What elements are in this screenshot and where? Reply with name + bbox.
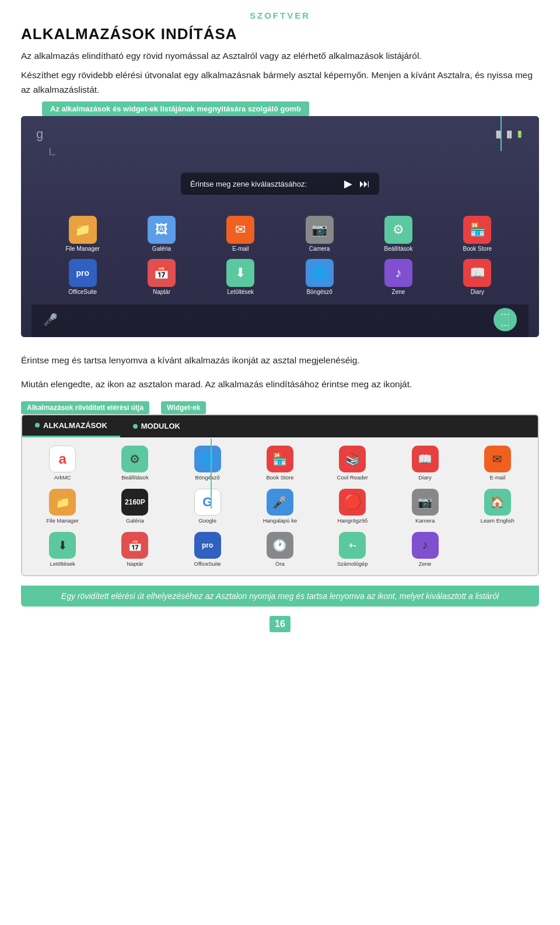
mic-icon[interactable]: 🎤: [43, 313, 58, 327]
app-officesuite[interactable]: pro OfficeSuite: [60, 259, 106, 295]
applist-grid: a ArkMC ⚙ Beállítások 🌐 Böngésző 🏪 Book …: [22, 437, 538, 575]
app-bongeszо[interactable]: 🌐 Böngésző: [296, 259, 343, 295]
app-letoltesek[interactable]: ⬇ Letöltések: [217, 259, 264, 295]
play-button[interactable]: ▶: [344, 177, 352, 190]
list-item[interactable]: 📚 Cool Reader: [318, 443, 387, 483]
applist-screenshot-wrapper: ALKALMAZÁSOK MODULOK a ArkMC ⚙ Beállítás…: [0, 414, 560, 576]
list-item-learnenglish[interactable]: 🏠 Learn English: [463, 486, 532, 526]
section2-para2: Miután elengedte, az ikon az asztalon ma…: [0, 372, 560, 395]
section-title: ALKALMAZÁSOK INDÍTÁSA: [0, 25, 560, 49]
clock-display: |_: [32, 144, 528, 155]
annotation-area: Alkalmazások rövidített elérési útja Wid…: [21, 401, 539, 414]
connector-line: [211, 439, 212, 509]
skip-button[interactable]: ⏭: [359, 178, 370, 190]
para1: Az alkalmazás elindítható egy rövid nyom…: [0, 49, 560, 64]
list-item[interactable]: 🕐 Óra: [246, 530, 314, 569]
desktop-screen: g ▐▌ ▐▌ 🔋 |_ Érintse meg zene kiválasztá…: [21, 116, 539, 337]
app-galeria[interactable]: 🖼 Galéria: [138, 216, 185, 252]
list-item[interactable]: +- Számológép: [318, 530, 387, 569]
list-item[interactable]: G Google: [173, 486, 242, 526]
app-email[interactable]: ✉ E-mail: [217, 216, 264, 252]
list-item[interactable]: pro OfficeSuite: [173, 530, 242, 569]
applist-header: ALKALMAZÁSOK MODULOK: [22, 415, 538, 437]
list-item-empty: [463, 530, 532, 569]
ann-right: Widget-ek: [161, 401, 206, 414]
widgets-label: Widget-ek: [161, 401, 206, 414]
app-bookstore[interactable]: 🏪 Book Store: [454, 216, 501, 252]
list-item[interactable]: 📷 Kamera: [390, 486, 459, 526]
bottom-callout: Egy rövidített elérési út elhelyezéséhez…: [21, 586, 539, 607]
tab-dot-modules: [133, 424, 138, 429]
section2-para1: Érintse meg és tartsa lenyomva a kívánt …: [0, 348, 560, 372]
list-item[interactable]: 🔴 Hangrögzítő: [318, 486, 387, 526]
list-item[interactable]: a ArkMC: [28, 443, 97, 483]
list-item[interactable]: 🌐 Böngésző: [173, 443, 242, 483]
tab-modulok[interactable]: MODULOK: [120, 415, 193, 437]
app-filemanager[interactable]: 📁 File Manager: [60, 216, 106, 252]
para2: Készíthet egy rövidebb elérési útvonalat…: [0, 68, 560, 97]
app-camera[interactable]: 📷 Camera: [296, 216, 343, 252]
callout1-label: Az alkalmazások és widget-ek listájának …: [42, 101, 309, 116]
app-beallitasok[interactable]: ⚙ Beállítások: [375, 216, 422, 252]
list-item[interactable]: ⬇ Letöltések: [28, 530, 97, 569]
tab-dot-apps: [35, 423, 40, 428]
apps-shortcut-label: Alkalmazások rövidített elérési útja: [21, 401, 149, 414]
callout-connector: [501, 116, 502, 151]
list-item[interactable]: 🎤 Hangalapú ke: [246, 486, 314, 526]
screenshot2: ALKALMAZÁSOK MODULOK a ArkMC ⚙ Beállítás…: [21, 414, 539, 576]
tab-alkalmazasok[interactable]: ALKALMAZÁSOK: [22, 415, 120, 437]
app-diary[interactable]: 📖 Diary: [454, 259, 501, 295]
app-grid-button[interactable]: ⋯⋯: [494, 308, 517, 331]
list-item[interactable]: 📅 Naptár: [100, 530, 169, 569]
list-item[interactable]: ♪ Zene: [390, 530, 459, 569]
desktop-apps-row1: 📁 File Manager 🖼 Galéria ✉ E-mail 📷 Came…: [32, 212, 528, 255]
status-bar: ▐▌ ▐▌ 🔋: [494, 131, 524, 138]
music-widget-text: Érintse meg zene kiválasztásához:: [190, 180, 337, 188]
music-widget: Érintse meg zene kiválasztásához: ▶ ⏭: [181, 173, 379, 195]
category-header: SZOFTVER: [0, 0, 560, 25]
desktop-apps-row2: pro OfficeSuite 📅 Naptár ⬇ Letöltések 🌐 …: [32, 255, 528, 304]
list-item[interactable]: ✉ E-mail: [463, 443, 532, 483]
list-item[interactable]: 📁 File Manager: [28, 486, 97, 526]
ann-left: Alkalmazások rövidített elérési útja: [21, 401, 149, 414]
list-item[interactable]: 🏪 Book Store: [246, 443, 314, 483]
screenshot1: g ▐▌ ▐▌ 🔋 |_ Érintse meg zene kiválasztá…: [21, 116, 539, 337]
list-item-diary[interactable]: 📖 Diary: [390, 443, 459, 483]
list-item[interactable]: 2160P Galéria: [100, 486, 169, 526]
page-number: 16: [270, 616, 290, 632]
app-naptar[interactable]: 📅 Naptár: [138, 259, 185, 295]
list-item[interactable]: ⚙ Beállítások: [100, 443, 169, 483]
app-zene[interactable]: ♪ Zene: [375, 259, 422, 295]
google-icon: g: [36, 127, 43, 142]
